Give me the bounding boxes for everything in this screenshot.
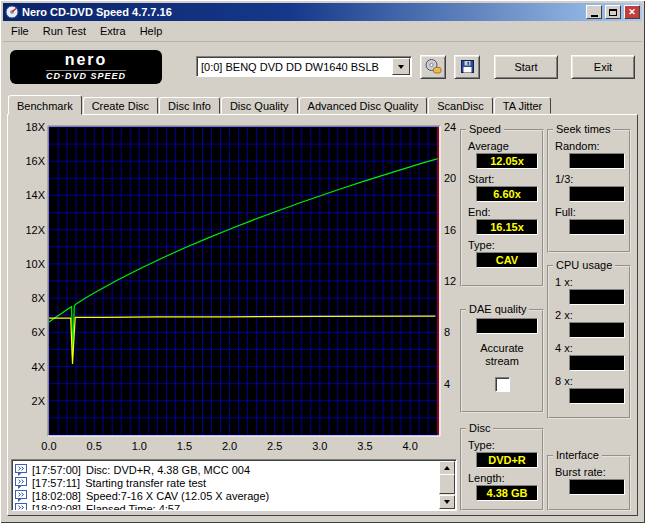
svg-text:1.5: 1.5	[177, 440, 192, 451]
drive-select-value: [0:0] BENQ DVD DD DW1640 BSLB	[201, 61, 379, 73]
speed-type-display: CAV	[476, 252, 538, 268]
svg-text:3.5: 3.5	[357, 440, 372, 451]
cpu-2x-display	[569, 322, 625, 338]
tab-benchmark[interactable]: Benchmark	[8, 95, 82, 115]
burst-rate-display	[569, 479, 625, 495]
benchmark-chart: 2X4X6X8X10X12X14X16X18X48121620240.00.51…	[11, 121, 457, 451]
average-speed-display: 12.05x	[476, 153, 538, 169]
log-row[interactable]: [17:57:00] Disc: DVD+R, 4.38 GB, MCC 004	[15, 463, 437, 476]
log-text: Elapsed Time: 4:57	[86, 503, 180, 512]
minimize-button[interactable]	[586, 5, 602, 19]
log-row[interactable]: [18:02:08] Elapsed Time: 4:57	[15, 502, 437, 511]
tab-advanced-disc-quality[interactable]: Advanced Disc Quality	[299, 97, 428, 114]
accurate-stream-checkbox[interactable]	[495, 377, 510, 392]
log-time: [18:02:08]	[32, 490, 81, 502]
toolbar: nero CD·DVD SPEED [0:0] BENQ DVD DD DW16…	[3, 42, 642, 94]
log-text: Disc: DVD+R, 4.38 GB, MCC 004	[86, 464, 250, 476]
eject-disc-button[interactable]	[420, 55, 446, 79]
log-row[interactable]: [18:02:08] Speed:7-16 X CAV (12.05 X ave…	[15, 489, 437, 502]
svg-text:12X: 12X	[25, 224, 45, 236]
panel-column-b: Seek times Random: 1/3: Full: CPU usage …	[547, 121, 631, 511]
log-info-icon	[15, 503, 27, 512]
cpu-4x-label: 4 x:	[555, 342, 629, 354]
cpu-8x-label: 8 x:	[555, 375, 629, 387]
window-title: Nero CD-DVD Speed 4.7.7.16	[22, 6, 583, 18]
log-text: Speed:7-16 X CAV (12.05 X average)	[86, 490, 269, 502]
dae-quality-display	[476, 318, 538, 334]
disc-group: Disc Type: DVD+R Length: 4.38 GB	[460, 428, 544, 511]
speed-group: Speed Average 12.05x Start: 6.60x End: 1…	[460, 129, 544, 287]
titlebar[interactable]: Nero CD-DVD Speed 4.7.7.16 ✕	[3, 3, 642, 21]
save-results-button[interactable]	[454, 55, 480, 79]
svg-text:4X: 4X	[32, 361, 46, 373]
log-scrollbar[interactable]	[439, 461, 455, 509]
tab-create-disc[interactable]: Create Disc	[83, 97, 158, 114]
svg-text:4.0: 4.0	[402, 440, 417, 451]
svg-text:12: 12	[444, 275, 456, 287]
disc-caption: Disc	[466, 422, 493, 434]
end-label: End:	[468, 206, 542, 218]
log-row[interactable]: [17:57:11] Starting transfer rate test	[15, 476, 437, 489]
menu-extra[interactable]: Extra	[93, 23, 133, 39]
minimize-icon	[591, 15, 598, 17]
seek-full-display	[569, 219, 625, 235]
log-info-icon	[15, 490, 27, 502]
log-text: Starting transfer rate test	[85, 477, 206, 489]
nero-logo: nero CD·DVD SPEED	[10, 50, 162, 84]
scroll-up-button[interactable]	[439, 461, 455, 475]
menu-file[interactable]: File	[4, 23, 36, 39]
start-button[interactable]: Start	[494, 55, 558, 79]
seek-random-label: Random:	[555, 140, 629, 152]
disc-length-display: 4.38 GB	[476, 485, 538, 501]
chart-and-log-column: 2X4X6X8X10X12X14X16X18X48121620240.00.51…	[11, 121, 457, 511]
log-time: [17:57:11]	[32, 477, 80, 489]
menu-run-test[interactable]: Run Test	[36, 23, 93, 39]
tab-disc-quality[interactable]: Disc Quality	[221, 97, 298, 114]
svg-text:8: 8	[444, 326, 450, 338]
svg-text:14X: 14X	[25, 189, 45, 201]
svg-text:0.0: 0.0	[41, 440, 56, 451]
arrow-up-icon	[444, 466, 450, 470]
scrollbar-thumb[interactable]	[439, 474, 455, 494]
svg-text:18X: 18X	[25, 121, 45, 133]
benchmark-tab-page: 2X4X6X8X10X12X14X16X18X48121620240.00.51…	[7, 114, 638, 516]
accurate-stream-label: Accurate stream	[473, 342, 531, 368]
seek-full-label: Full:	[555, 206, 629, 218]
cpu-2x-label: 2 x:	[555, 309, 629, 321]
svg-text:1.0: 1.0	[132, 440, 147, 451]
burst-rate-label: Burst rate:	[555, 466, 629, 478]
maximize-icon	[609, 9, 617, 16]
close-button[interactable]: ✕	[624, 5, 640, 19]
cpu-usage-caption: CPU usage	[553, 259, 615, 271]
seek-third-display	[569, 186, 625, 202]
tab-ta-jitter[interactable]: TA Jitter	[494, 97, 552, 114]
logo-brand-text: nero	[65, 52, 108, 68]
interface-group: Interface Burst rate:	[547, 455, 631, 511]
drive-select-combobox[interactable]: [0:0] BENQ DVD DD DW1640 BSLB	[196, 56, 412, 77]
tab-scandisc[interactable]: ScanDisc	[428, 97, 492, 114]
interface-caption: Interface	[553, 449, 602, 461]
cpu-usage-group: CPU usage 1 x: 2 x: 4 x: 8 x:	[547, 265, 631, 419]
drive-select-dropdown-button[interactable]	[392, 58, 410, 75]
seek-times-group: Seek times Random: 1/3: Full:	[547, 129, 631, 253]
cpu-4x-display	[569, 355, 625, 371]
app-icon	[5, 5, 19, 19]
start-speed-display: 6.60x	[476, 186, 538, 202]
maximize-button[interactable]	[605, 5, 621, 19]
dae-quality-group: DAE quality Accurate stream	[460, 309, 544, 413]
svg-text:2.5: 2.5	[267, 440, 282, 451]
log-info-icon	[15, 477, 27, 489]
svg-text:16: 16	[444, 224, 456, 236]
tab-disc-info[interactable]: Disc Info	[159, 97, 220, 114]
log-listbox[interactable]: [17:57:00] Disc: DVD+R, 4.38 GB, MCC 004…	[11, 459, 457, 511]
log-info-icon	[15, 464, 27, 476]
menu-help[interactable]: Help	[133, 23, 170, 39]
exit-button[interactable]: Exit	[571, 55, 635, 79]
disc-hand-icon	[425, 59, 442, 74]
svg-text:4: 4	[444, 378, 450, 390]
disc-type-display: DVD+R	[476, 452, 538, 468]
scroll-down-button[interactable]	[439, 495, 455, 509]
seek-times-caption: Seek times	[553, 123, 613, 135]
average-label: Average	[468, 140, 542, 152]
logo-product-text: CD·DVD SPEED	[46, 70, 126, 81]
